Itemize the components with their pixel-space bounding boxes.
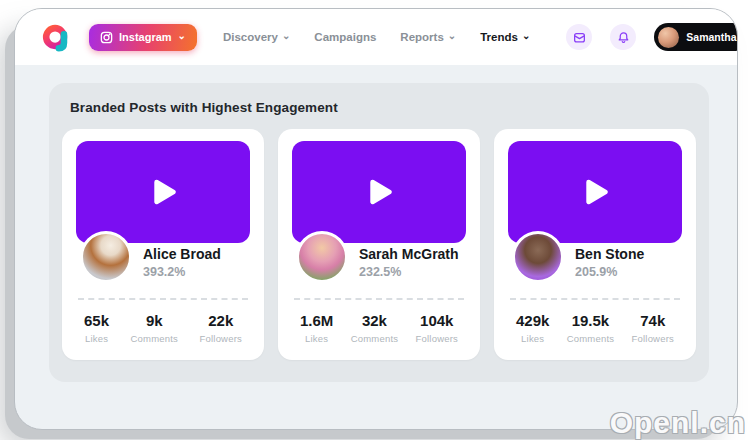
creator-name: Alice Broad — [143, 246, 221, 262]
nav-item-trends[interactable]: Trends — [480, 31, 530, 43]
app-window: Instagram Discovery Campaigns Reports Tr… — [14, 8, 738, 430]
play-icon — [153, 179, 177, 205]
post-card-alice-broad: Alice Broad 393.2% 65k Likes 9k Comments — [62, 129, 264, 360]
nav-item-discovery[interactable]: Discovery — [223, 31, 290, 43]
dashed-divider — [510, 298, 680, 300]
engagement-rate: 205.9% — [575, 265, 644, 279]
creator-profile: Alice Broad 393.2% — [76, 231, 250, 283]
stat-comments: 19.5k Comments — [567, 312, 615, 344]
play-icon — [369, 179, 393, 205]
top-navigation-bar: Instagram Discovery Campaigns Reports Tr… — [15, 9, 737, 65]
creator-avatar — [296, 231, 348, 283]
creator-profile: Sarah McGrath 232.5% — [292, 231, 466, 283]
stat-comments: 32k Comments — [351, 312, 399, 344]
stat-likes: 1.6M Likes — [300, 312, 333, 344]
post-card-ben-stone: Ben Stone 205.9% 429k Likes 19.5k Commen… — [494, 129, 696, 360]
chevron-down-icon — [522, 31, 530, 41]
stat-followers: 104k Followers — [416, 312, 458, 344]
creator-profile: Ben Stone 205.9% — [508, 231, 682, 283]
platform-selector-label: Instagram — [119, 31, 172, 43]
stat-followers: 22k Followers — [200, 312, 242, 344]
dashed-divider — [294, 298, 464, 300]
notifications-button[interactable] — [610, 24, 636, 50]
stat-likes: 65k Likes — [84, 312, 109, 344]
nav-item-reports[interactable]: Reports — [400, 31, 456, 43]
user-name: Samantha — [686, 31, 736, 43]
engagement-rate: 232.5% — [359, 265, 459, 279]
content-area: Branded Posts with Highest Engagement Al… — [15, 65, 737, 429]
stats-row: 1.6M Likes 32k Comments 104k Followers — [292, 312, 466, 344]
user-menu[interactable]: Samantha — [654, 23, 738, 51]
stats-row: 429k Likes 19.5k Comments 74k Followers — [508, 312, 682, 344]
engagement-panel: Branded Posts with Highest Engagement Al… — [49, 83, 709, 382]
dashed-divider — [78, 298, 248, 300]
stat-followers: 74k Followers — [632, 312, 674, 344]
creator-avatar — [512, 231, 564, 283]
video-thumbnail[interactable] — [76, 141, 250, 243]
bell-icon — [617, 31, 630, 44]
creator-avatar — [80, 231, 132, 283]
branded-posts-cards: Alice Broad 393.2% 65k Likes 9k Comments — [62, 129, 696, 360]
main-nav: Discovery Campaigns Reports Trends — [223, 31, 530, 43]
nav-item-campaigns[interactable]: Campaigns — [314, 31, 376, 43]
creator-name: Ben Stone — [575, 246, 644, 262]
chevron-down-icon — [282, 31, 290, 41]
video-thumbnail[interactable] — [508, 141, 682, 243]
instagram-icon — [100, 31, 113, 44]
stat-likes: 429k Likes — [516, 312, 549, 344]
chevron-down-icon — [178, 31, 186, 41]
mail-icon — [573, 31, 586, 44]
section-title: Branded Posts with Highest Engagement — [70, 100, 696, 115]
post-card-sarah-mcgrath: Sarah McGrath 232.5% 1.6M Likes 32k Comm… — [278, 129, 480, 360]
play-icon — [585, 179, 609, 205]
platform-selector-button[interactable]: Instagram — [89, 24, 197, 51]
stats-row: 65k Likes 9k Comments 22k Followers — [76, 312, 250, 344]
messages-button[interactable] — [566, 24, 592, 50]
stat-comments: 9k Comments — [131, 312, 179, 344]
engagement-rate: 393.2% — [143, 265, 221, 279]
video-thumbnail[interactable] — [292, 141, 466, 243]
user-avatar — [658, 27, 679, 48]
creator-name: Sarah McGrath — [359, 246, 459, 262]
chevron-down-icon — [448, 31, 456, 41]
app-logo-icon[interactable] — [41, 22, 71, 52]
